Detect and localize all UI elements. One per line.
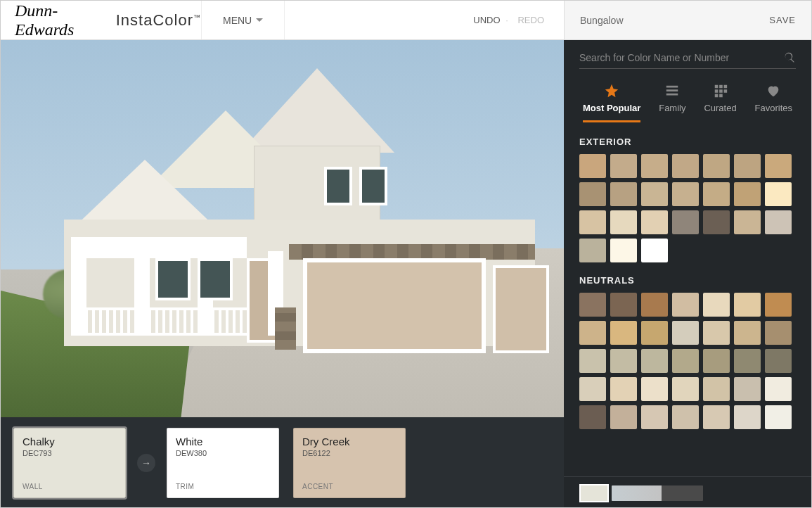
color-swatch[interactable] — [765, 154, 792, 178]
color-swatch[interactable] — [610, 182, 637, 206]
color-swatch[interactable] — [641, 405, 668, 429]
color-swatch[interactable] — [641, 154, 668, 178]
card-code: DEC793 — [22, 449, 117, 457]
card-title: Dry Creek — [302, 436, 397, 447]
group-title: EXTERIOR — [579, 136, 800, 147]
card-slot: TRIM — [176, 483, 270, 490]
color-swatch[interactable] — [765, 210, 792, 234]
redo-button[interactable]: REDO — [517, 15, 544, 25]
color-swatch[interactable] — [734, 154, 761, 178]
color-swatch[interactable] — [610, 377, 637, 401]
color-swatch[interactable] — [641, 210, 668, 234]
color-swatch[interactable] — [672, 405, 699, 429]
tab-favorites[interactable]: Favorites — [755, 83, 792, 122]
color-swatch[interactable] — [734, 210, 761, 234]
history-controls: UNDO · REDO — [473, 15, 564, 25]
undo-button[interactable]: UNDO — [473, 15, 500, 25]
color-swatch[interactable] — [672, 377, 699, 401]
group-title: NEUTRALS — [579, 275, 800, 286]
color-swatch[interactable] — [703, 377, 730, 401]
card-slot: WALL — [22, 483, 117, 490]
color-swatch[interactable] — [641, 293, 668, 317]
color-swatch[interactable] — [579, 154, 606, 178]
color-swatch[interactable] — [703, 154, 730, 178]
menu-button[interactable]: MENU — [201, 1, 285, 39]
tab-family[interactable]: Family — [659, 83, 685, 122]
heart-icon — [766, 83, 781, 99]
color-swatch[interactable] — [765, 293, 792, 317]
palette-scroll[interactable]: EXTERIORNEUTRALS — [564, 122, 811, 476]
card-title: Chalky — [22, 436, 117, 447]
color-swatch[interactable] — [734, 321, 761, 345]
card-code: DE6122 — [302, 449, 397, 457]
tab-curated[interactable]: Curated — [704, 83, 736, 122]
card-title: White — [176, 436, 270, 447]
color-swatch[interactable] — [734, 405, 761, 429]
color-swatch[interactable] — [734, 182, 761, 206]
star-icon — [604, 83, 619, 99]
color-swatch[interactable] — [610, 405, 637, 429]
color-swatch[interactable] — [579, 321, 606, 345]
color-swatch[interactable] — [579, 210, 606, 234]
color-swatch[interactable] — [579, 377, 606, 401]
color-swatch[interactable] — [765, 377, 792, 401]
color-card-accent[interactable]: Dry CreekDE6122ACCENT — [293, 428, 406, 498]
color-swatch[interactable] — [765, 321, 792, 345]
color-swatch[interactable] — [672, 182, 699, 206]
color-swatch[interactable] — [672, 154, 699, 178]
color-swatch[interactable] — [672, 321, 699, 345]
color-card-wall[interactable]: ChalkyDEC793WALL — [13, 428, 126, 498]
search-icon[interactable] — [783, 51, 796, 64]
card-slot: ACCENT — [302, 483, 397, 490]
color-swatch[interactable] — [610, 293, 637, 317]
color-swatch[interactable] — [703, 321, 730, 345]
color-swatch[interactable] — [579, 239, 606, 262]
color-swatch[interactable] — [579, 405, 606, 429]
color-swatch[interactable] — [641, 239, 668, 262]
color-swatch[interactable] — [610, 239, 637, 262]
color-swatch[interactable] — [641, 377, 668, 401]
color-swatch[interactable] — [579, 293, 606, 317]
color-swatch[interactable] — [703, 405, 730, 429]
project-name: Bungalow — [580, 15, 624, 26]
color-swatch[interactable] — [703, 182, 730, 206]
color-swatch[interactable] — [610, 321, 637, 345]
list-icon — [664, 83, 680, 99]
current-color-mini[interactable] — [579, 484, 609, 502]
chevron-down-icon — [256, 17, 263, 24]
color-swatch[interactable] — [610, 210, 637, 234]
color-swatch[interactable] — [765, 349, 792, 373]
grid-icon — [713, 83, 728, 99]
color-swatch[interactable] — [703, 293, 730, 317]
color-swatch[interactable] — [672, 349, 699, 373]
next-card-button[interactable]: → — [137, 454, 155, 472]
color-swatch[interactable] — [579, 182, 606, 206]
color-swatch[interactable] — [734, 377, 761, 401]
search-input[interactable] — [579, 52, 783, 63]
brand-product: InstaColor™ — [116, 11, 201, 30]
color-swatch[interactable] — [703, 349, 730, 373]
save-button[interactable]: SAVE — [769, 15, 796, 25]
color-swatch[interactable] — [610, 349, 637, 373]
color-swatch[interactable] — [765, 182, 792, 206]
brand-logo: Dunn-Edwards InstaColor™ — [1, 1, 201, 39]
color-swatch[interactable] — [641, 321, 668, 345]
menu-label: MENU — [223, 15, 252, 26]
card-code: DEW380 — [176, 449, 270, 457]
color-swatch[interactable] — [734, 349, 761, 373]
color-swatch[interactable] — [703, 210, 730, 234]
color-swatch[interactable] — [641, 182, 668, 206]
color-swatch[interactable] — [641, 349, 668, 373]
color-swatch[interactable] — [765, 405, 792, 429]
shade-slider[interactable] — [612, 485, 703, 501]
brand-script: Dunn-Edwards — [15, 1, 112, 39]
color-card-trim[interactable]: WhiteDEW380TRIM — [167, 428, 279, 498]
color-swatch[interactable] — [610, 154, 637, 178]
house-preview[interactable] — [1, 40, 564, 417]
color-swatch[interactable] — [734, 293, 761, 317]
color-swatch[interactable] — [579, 349, 606, 373]
color-swatch[interactable] — [672, 210, 699, 234]
tab-most-popular[interactable]: Most Popular — [583, 83, 640, 122]
color-swatch[interactable] — [672, 293, 699, 317]
